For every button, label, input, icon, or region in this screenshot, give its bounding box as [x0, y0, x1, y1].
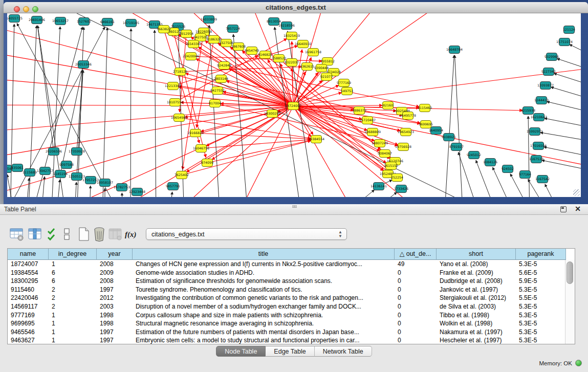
select-all-check-button[interactable]: [47, 227, 58, 242]
network-node[interactable]: 7857224: [226, 25, 240, 33]
function-builder-button[interactable]: f(x): [125, 227, 137, 242]
column-header-title[interactable]: title: [133, 249, 395, 260]
network-edge[interactable]: [102, 28, 107, 197]
network-node[interactable]: 9097588: [59, 161, 74, 169]
network-node[interactable]: 13942757: [37, 167, 53, 175]
network-node[interactable]: 9146821: [258, 51, 272, 59]
network-node[interactable]: 10958107: [97, 179, 113, 187]
network-edge[interactable]: [455, 55, 463, 197]
table-row[interactable]: 1456911722003Disruption of a novel membe…: [8, 302, 565, 311]
network-node[interactable]: 8454749: [245, 47, 259, 55]
network-table-selector[interactable]: citations_edges.txt ▲▼: [146, 228, 347, 240]
network-node[interactable]: 9227342: [541, 68, 556, 76]
network-edge[interactable]: [547, 102, 581, 112]
network-node[interactable]: 16961758: [305, 49, 321, 56]
network-node[interactable]: 9329966: [545, 53, 559, 61]
network-node[interactable]: 2803144: [214, 75, 228, 83]
network-edge[interactable]: [554, 73, 581, 84]
network-node[interactable]: 12923448: [129, 188, 145, 196]
network-node[interactable]: 14055725: [7, 15, 23, 23]
window-titlebar[interactable]: citations_edges.txt: [4, 2, 588, 13]
network-node[interactable]: 835061: [11, 164, 24, 172]
network-node[interactable]: 1527602: [77, 18, 91, 26]
table-settings-button[interactable]: [9, 227, 25, 242]
network-node[interactable]: 9242848: [217, 62, 231, 70]
network-node[interactable]: 8791927: [449, 143, 464, 151]
unselect-rows-button[interactable]: [63, 227, 71, 242]
network-node[interactable]: 16782753: [114, 184, 130, 191]
new-table-button[interactable]: [78, 227, 90, 242]
network-node[interactable]: 9115460: [418, 104, 432, 112]
network-node[interactable]: 16033809: [201, 16, 217, 24]
network-node[interactable]: 7886372: [352, 107, 366, 115]
network-edge[interactable]: [293, 73, 318, 106]
vertical-scrollbar[interactable]: [565, 260, 575, 344]
network-node[interactable]: 1244413: [534, 97, 549, 104]
column-header-name[interactable]: name: [8, 249, 49, 260]
network-node[interactable]: 17016504: [530, 142, 547, 150]
network-node[interactable]: 8322037: [285, 59, 299, 67]
network-edge[interactable]: [90, 186, 91, 197]
network-edge[interactable]: [293, 106, 383, 171]
network-edge[interactable]: [544, 147, 581, 156]
network-node[interactable]: 10688809: [364, 128, 381, 136]
network-node[interactable]: 15720407: [359, 117, 376, 124]
panel-divider-handle[interactable]: [292, 205, 297, 208]
network-node[interactable]: 149753: [341, 87, 353, 95]
network-edge[interactable]: [56, 180, 60, 197]
table-row[interactable]: 1872400712008Changes of HCN gene express…: [8, 260, 565, 269]
network-edge[interactable]: [169, 106, 293, 197]
network-node[interactable]: 17359928: [69, 148, 85, 156]
network-node[interactable]: 8215938: [521, 107, 535, 115]
network-edge[interactable]: [155, 30, 156, 197]
network-node[interactable]: 8427552: [210, 87, 225, 95]
table-row[interactable]: 946554611997Estimation of the future num…: [8, 328, 565, 337]
network-edge[interactable]: [26, 178, 29, 197]
network-node[interactable]: 1167542: [535, 176, 550, 183]
tab-edge-table[interactable]: Edge Table: [266, 346, 314, 357]
network-node[interactable]: 977164: [519, 171, 531, 179]
network-edge[interactable]: [212, 106, 293, 160]
delete-table-button[interactable]: [93, 227, 105, 242]
network-node[interactable]: 20691406: [29, 16, 45, 24]
network-node[interactable]: 19654923: [398, 128, 414, 136]
network-node[interactable]: 19756928: [395, 143, 411, 151]
tab-node-table[interactable]: Node Table: [216, 346, 266, 357]
network-edge[interactable]: [169, 192, 172, 197]
network-node[interactable]: 20053346: [75, 61, 92, 69]
table-row[interactable]: 977716911998Corpus callosum shape and si…: [8, 311, 565, 320]
network-node[interactable]: 9699695: [419, 121, 433, 128]
network-node[interactable]: 15992971: [527, 128, 543, 136]
table-row[interactable]: 969969511998Structural magnetic resonanc…: [8, 319, 565, 328]
network-edge[interactable]: [542, 160, 581, 170]
network-node[interactable]: 1362615: [300, 63, 314, 71]
network-node[interactable]: 9857791: [166, 183, 180, 190]
network-edge[interactable]: [557, 58, 581, 69]
network-node[interactable]: 817004: [209, 100, 221, 107]
network-node[interactable]: 20206506: [46, 148, 62, 156]
network-node[interactable]: 1615152: [384, 162, 398, 170]
network-canvas[interactable]: 1405572520691406106532571527602646616110…: [7, 13, 581, 197]
network-node[interactable]: 252254: [391, 174, 403, 182]
network-node[interactable]: 10653257: [52, 17, 69, 25]
table-row[interactable]: 2242004622012Investigating the contribut…: [8, 294, 565, 302]
network-node[interactable]: 924502: [502, 165, 514, 173]
network-node[interactable]: 12213343: [165, 82, 181, 90]
table-row[interactable]: 1938455462009Genome-wide association stu…: [8, 269, 565, 277]
column-header-out_de[interactable]: △ out_de...: [395, 249, 437, 260]
network-edge[interactable]: [545, 118, 581, 127]
network-edge[interactable]: [540, 133, 581, 141]
close-panel-icon[interactable]: ✕: [575, 205, 581, 213]
network-edge[interactable]: [570, 45, 581, 54]
network-node[interactable]: 10719185: [123, 19, 139, 27]
float-panel-icon[interactable]: [560, 206, 567, 212]
tab-network-table[interactable]: Network Table: [315, 346, 372, 357]
network-edge[interactable]: [293, 13, 461, 106]
network-node[interactable]: 8186328: [207, 36, 221, 43]
network-node[interactable]: 16640910: [295, 40, 311, 48]
network-node[interactable]: 16648784: [446, 46, 463, 54]
column-header-in_degree[interactable]: in_degree: [49, 249, 97, 260]
network-edge[interactable]: [74, 182, 76, 197]
column-header-pagerank[interactable]: pagerank: [516, 249, 566, 260]
network-node[interactable]: 19166825: [187, 129, 204, 137]
